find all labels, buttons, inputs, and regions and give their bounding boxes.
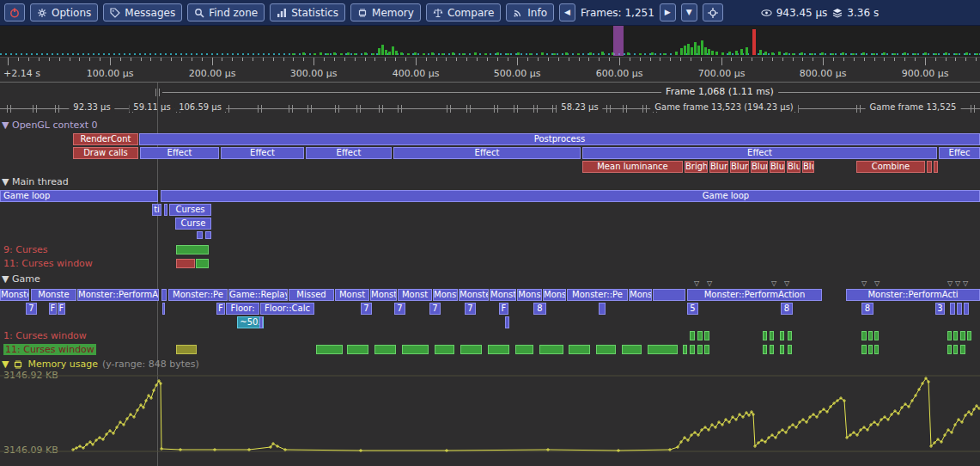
message-marker[interactable]: ▽ — [963, 280, 968, 287]
zone-bar[interactable]: Curse — [175, 218, 211, 230]
frame-time-bar[interactable] — [759, 50, 762, 55]
zone-bar[interactable]: Effect — [306, 147, 392, 159]
frame-time-bar[interactable] — [601, 52, 604, 55]
frame-time-bar[interactable] — [976, 53, 978, 55]
frame-time-bar[interactable] — [333, 52, 336, 55]
message-marker[interactable]: ▽ — [784, 280, 789, 287]
frame-time-bar[interactable] — [955, 53, 958, 55]
zone-bar[interactable]: Monste — [0, 289, 29, 301]
zone-bar[interactable] — [934, 161, 938, 173]
frame-time-bar[interactable] — [496, 52, 499, 55]
frame-time-bar[interactable] — [364, 52, 367, 55]
subframe-label[interactable]: 92.33 μs — [69, 102, 114, 112]
frame-time-bar[interactable] — [385, 50, 387, 55]
zone-bar[interactable]: ~50. — [237, 316, 264, 328]
zone-bar[interactable] — [164, 204, 167, 216]
frame-time-bar[interactable] — [831, 53, 834, 55]
frame-time-bar[interactable] — [565, 52, 568, 55]
zone-bar[interactable]: Monste — [459, 289, 489, 301]
frame-time-bar[interactable] — [740, 49, 743, 55]
plot-bar[interactable] — [953, 331, 958, 340]
frame-time-bar[interactable] — [400, 52, 403, 55]
plot-bar[interactable] — [648, 345, 678, 354]
zone-bar[interactable]: Effect — [221, 147, 304, 159]
frame-time-bar[interactable] — [388, 52, 391, 55]
zone-bar[interactable] — [964, 303, 969, 315]
zone-bar[interactable]: 7 — [465, 303, 476, 315]
plot-bar[interactable] — [960, 345, 965, 354]
frame-time-bar[interactable] — [893, 53, 896, 55]
zone-bar[interactable]: F — [49, 303, 57, 315]
frame-time-bar[interactable] — [811, 53, 813, 55]
frame-time-bar[interactable] — [553, 53, 556, 55]
subframe-label[interactable]: Game frame 13,525 — [866, 102, 961, 112]
plot-bar[interactable] — [947, 345, 952, 354]
frame-time-bar[interactable] — [684, 46, 686, 55]
zone-bar[interactable]: 8 — [533, 303, 546, 315]
zone-bar[interactable] — [505, 316, 509, 328]
frame-time-bar[interactable] — [764, 52, 767, 55]
goto-frame-button[interactable] — [703, 3, 723, 21]
frame-time-bar[interactable] — [589, 52, 592, 55]
frame-time-bar[interactable] — [924, 52, 927, 55]
plot-bar[interactable] — [704, 331, 709, 340]
zone-bar[interactable]: Effect — [393, 147, 581, 159]
frame-time-bar[interactable] — [407, 53, 410, 55]
frame-time-bar[interactable] — [873, 53, 875, 55]
plot-bar[interactable] — [460, 345, 482, 354]
frame-time-bar[interactable] — [746, 47, 748, 55]
plot-bar[interactable] — [763, 345, 767, 354]
zone-bar[interactable]: F — [216, 303, 225, 315]
frame-time-bar[interactable] — [431, 52, 434, 55]
frame-time-bar[interactable] — [821, 52, 824, 55]
frame-time-bar[interactable] — [340, 53, 343, 55]
zone-bar[interactable] — [950, 303, 955, 315]
frame-time-bar[interactable] — [701, 40, 703, 55]
plot-bar[interactable] — [874, 331, 879, 340]
plot-bar[interactable] — [515, 345, 533, 354]
zone-bar[interactable]: Mons — [517, 289, 542, 301]
zone-bar[interactable] — [161, 190, 980, 202]
zone-bar[interactable] — [259, 316, 263, 328]
frame-time-bar[interactable] — [785, 52, 788, 55]
plot-bar[interactable] — [874, 345, 879, 354]
frame-time-bar[interactable] — [680, 48, 683, 55]
plot-bar[interactable] — [763, 331, 767, 340]
zone-bar[interactable]: Monster::PerformAction — [687, 289, 822, 301]
frame-time-bar[interactable] — [842, 52, 844, 55]
zone-bar[interactable]: F — [58, 303, 65, 315]
frame-time-bar[interactable] — [965, 52, 968, 55]
plot-bar[interactable] — [539, 345, 563, 354]
frame-time-bar[interactable] — [728, 52, 731, 55]
frame-time-bar[interactable] — [541, 52, 544, 55]
plot-bar[interactable] — [176, 245, 209, 254]
frame-time-bar[interactable] — [945, 52, 947, 55]
message-marker[interactable]: ▽ — [694, 280, 699, 287]
plot-bar[interactable] — [488, 345, 509, 354]
zone-bar[interactable] — [162, 303, 165, 315]
frame-time-bar[interactable] — [517, 52, 520, 55]
plot-label[interactable]: 11: Curses window — [3, 344, 96, 355]
frame-time-bar[interactable] — [378, 48, 380, 55]
frame-time-bar[interactable] — [721, 52, 724, 55]
plot-bar[interactable] — [196, 259, 209, 268]
plot-bar[interactable] — [435, 345, 454, 354]
zone-bar[interactable]: Blur — [787, 161, 800, 173]
plot-bar[interactable] — [967, 331, 971, 340]
zone-bar[interactable]: 7 — [361, 303, 372, 315]
frame-time-bar[interactable] — [771, 52, 774, 55]
zone-bar[interactable]: 7 — [394, 303, 405, 315]
plot-bar[interactable] — [316, 345, 343, 354]
plot-bar[interactable] — [690, 345, 695, 354]
frame-time-bar[interactable] — [441, 53, 444, 55]
plot-bar[interactable] — [622, 345, 642, 354]
collapse-triangle-icon[interactable]: ▼ — [2, 176, 12, 187]
frame-time-bar[interactable] — [651, 52, 654, 55]
plot-bar[interactable] — [868, 345, 873, 354]
section-header[interactable]: ▼ Game — [2, 273, 40, 285]
frame-time-bar[interactable] — [395, 51, 398, 55]
frame-time-bar[interactable] — [452, 52, 454, 55]
zone-bar[interactable]: Monster::PerformActi — [846, 289, 980, 301]
zone-bar[interactable]: Monster::Pe — [168, 289, 228, 301]
selected-frames-band[interactable] — [613, 26, 624, 56]
